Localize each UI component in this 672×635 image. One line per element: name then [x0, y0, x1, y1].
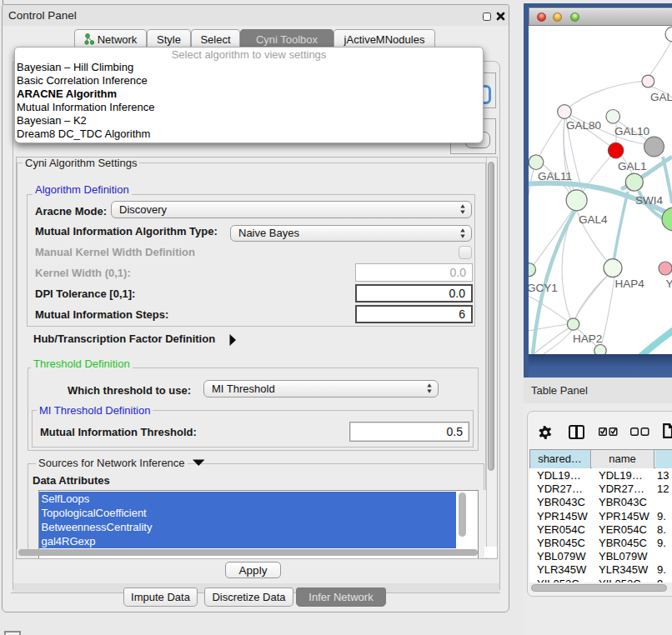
svg-text:HAP2: HAP2 — [573, 332, 602, 345]
svg-text:SWI4: SWI4 — [635, 194, 663, 207]
svg-text:GAL4: GAL4 — [579, 213, 608, 226]
svg-text:GAL: GAL — [650, 91, 672, 103]
svg-text:GCY1: GCY1 — [529, 282, 558, 294]
svg-text:GAL1: GAL1 — [618, 160, 647, 172]
svg-text:GAL11: GAL11 — [538, 170, 572, 182]
svg-text:Y: Y — [666, 278, 672, 290]
svg-text:GAL10: GAL10 — [614, 125, 649, 138]
svg-text:GAL80: GAL80 — [566, 119, 601, 132]
svg-text:HAP4: HAP4 — [615, 278, 645, 290]
